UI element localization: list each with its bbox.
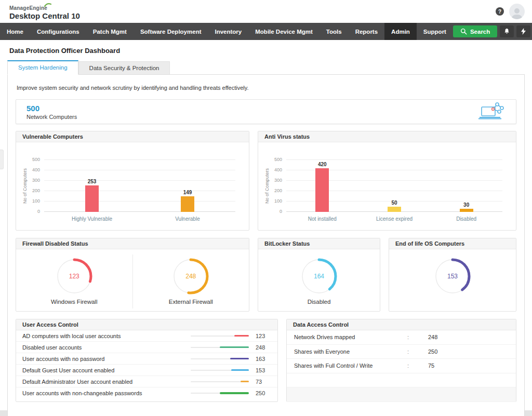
tab-system-hardening[interactable]: System Hardening	[7, 60, 78, 75]
bars: 420Not installed50License expired30Disab…	[286, 160, 502, 212]
metric-value: 75	[428, 363, 434, 369]
x-category-label: Not installed	[308, 216, 337, 222]
bar[interactable]	[85, 185, 99, 212]
nav-item-inventory[interactable]: Inventory	[208, 23, 248, 40]
donut[interactable]: 164Disabled	[300, 258, 338, 305]
nav-item-reports[interactable]: Reports	[349, 23, 384, 40]
metric-label: User accounts with non-changeable passwo…	[22, 390, 191, 396]
x-category-label: Highly Vulnerable	[72, 216, 112, 222]
search-icon	[460, 28, 467, 35]
bar-column: 30Disabled	[448, 160, 485, 212]
list-item[interactable]: AD computers with local user accounts123	[16, 330, 277, 342]
metric-label: AD computers with local user accounts	[22, 333, 191, 339]
list-item[interactable]: Default Guest User account enabled153	[16, 365, 277, 376]
firewall-donuts: 123Windows Firewall248External Firewall	[16, 249, 249, 312]
donut-value: 123	[56, 258, 93, 295]
firewall-disabled-status-card: Firewall Disabled Status 123Windows Fire…	[16, 238, 249, 312]
x-category-label: Disabled	[456, 216, 476, 222]
bar[interactable]	[460, 209, 473, 212]
donut-label: Windows Firewall	[51, 299, 97, 305]
metric-label: Shares with Full Control / Write	[294, 363, 407, 369]
bar-column: 253Highly Vulnerable	[74, 160, 110, 212]
network-computers-label: Network Computers	[26, 114, 77, 120]
vulnerable-computers-card: Vulnerable Computers No of Computers0100…	[16, 131, 249, 231]
metric-bar-fill	[234, 335, 249, 337]
nav-item-configurations[interactable]: Configurations	[30, 23, 86, 40]
tab-data-security-protection[interactable]: Data Security & Protection	[78, 61, 170, 74]
table-row[interactable]: Shares with Everyone:250	[287, 345, 516, 359]
y-tick-label: 300	[274, 178, 282, 183]
donut[interactable]: 123Windows Firewall	[51, 258, 97, 305]
donut-cell: 164Disabled	[258, 258, 380, 305]
card-title: BitLocker Status	[258, 238, 380, 249]
donut-value: 248	[172, 258, 209, 295]
bar-value: 149	[183, 190, 192, 195]
table-row[interactable]: Network Drives mapped:248	[287, 330, 516, 345]
bar[interactable]	[181, 196, 194, 212]
nav-item-support[interactable]: Support	[417, 23, 453, 40]
quick-actions-button[interactable]	[516, 25, 530, 37]
avatar[interactable]	[509, 4, 525, 19]
plot-area: 0100200300400500253Highly Vulnerable149V…	[44, 160, 235, 212]
metric-label: Shares with Everyone	[294, 348, 407, 355]
user-access-control-list: AD computers with local user accounts123…	[16, 330, 277, 399]
page-title: Data Protection Officer Dashboard	[9, 47, 532, 55]
metric-value: 153	[256, 367, 271, 373]
nav-item-home[interactable]: Home	[0, 23, 30, 40]
list-item[interactable]: Default Administrator User account enabl…	[16, 376, 277, 387]
main-nav: Home Configurations Patch Mgmt Software …	[0, 23, 532, 40]
x-category-label: Vulnerable	[175, 216, 200, 222]
list-item[interactable]: User accounts with non-changeable passwo…	[16, 387, 277, 399]
bar-value: 253	[88, 179, 97, 184]
bar[interactable]	[388, 207, 401, 212]
data-access-control-card: Data Access Control Network Drives mappe…	[286, 319, 516, 402]
nav-item-tools[interactable]: Tools	[320, 23, 349, 40]
y-tick-label: 400	[274, 167, 282, 172]
table-row	[287, 373, 516, 388]
bitlocker-status-card: BitLocker Status 164Disabled	[258, 238, 380, 312]
list-item[interactable]: User accounts with no password163	[16, 353, 277, 365]
search-button[interactable]: Search	[453, 25, 497, 37]
bar-value: 50	[391, 200, 397, 206]
metric-label: Disabled user accounts	[22, 344, 191, 351]
bar[interactable]	[315, 168, 329, 212]
donut[interactable]: 153	[434, 258, 471, 305]
donut-label: Disabled	[300, 299, 338, 305]
end-of-life-os-donut: 153	[389, 249, 516, 312]
y-tick-label: 400	[32, 167, 40, 172]
nav-item-patch-mgmt[interactable]: Patch Mgmt	[86, 23, 134, 40]
network-computers-count: 500	[26, 104, 77, 113]
metric-bar-track	[191, 370, 249, 371]
nav-item-software-deployment[interactable]: Software Deployment	[134, 23, 208, 40]
left-edge-tab[interactable]	[0, 150, 4, 169]
y-tick-label: 500	[274, 157, 282, 162]
nav-item-admin[interactable]: Admin	[384, 23, 417, 40]
table-row	[287, 387, 516, 402]
y-tick-label: 0	[280, 209, 282, 214]
table-row[interactable]: Shares with Full Control / Write:75	[287, 359, 516, 373]
help-icon[interactable]: ?	[496, 7, 504, 16]
tab-panel: Improve system security and network scru…	[7, 74, 525, 416]
list-item[interactable]: Disabled user accounts248	[16, 342, 277, 353]
donut[interactable]: 248External Firewall	[169, 258, 213, 305]
metric-value: 73	[256, 379, 271, 385]
bitlocker-donut: 164Disabled	[258, 249, 380, 312]
y-tick-label: 500	[32, 157, 40, 162]
metric-bar-fill	[230, 358, 249, 360]
notification-bell-button[interactable]	[500, 25, 514, 37]
y-tick-label: 0	[37, 209, 40, 214]
data-access-control-table: Network Drives mapped:248Shares with Eve…	[287, 330, 516, 402]
metric-bar-fill	[220, 392, 249, 394]
donut-cell: 248External Firewall	[133, 258, 249, 305]
bell-icon	[503, 28, 510, 35]
network-computers-summary-card[interactable]: 500 Network Computers	[16, 99, 516, 124]
brand-logo[interactable]: ManageEngine Desktop Central 10	[9, 3, 80, 20]
y-tick-label: 100	[32, 198, 40, 204]
top-header: ManageEngine Desktop Central 10 ?	[0, 0, 532, 23]
donut-ring: 248	[172, 258, 209, 295]
nav-item-mobile-device-mgmt[interactable]: Mobile Device Mgmt	[248, 23, 320, 40]
donut-ring: 123	[56, 258, 93, 295]
metric-bar-fill	[231, 369, 249, 371]
user-silhouette-icon	[511, 7, 523, 19]
metric-bar-track	[191, 336, 249, 337]
